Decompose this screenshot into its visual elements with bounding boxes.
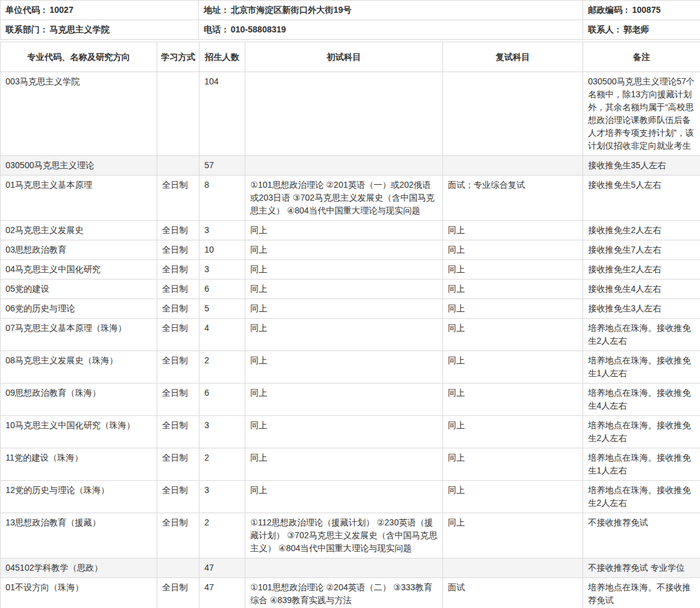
cell-remark: 培养地点在珠海。接收推免生2人左右 [583,319,700,351]
department-value: 马克思主义学院 [50,24,110,34]
cell-enrollment: 8 [199,176,245,221]
cell-retest: 同上 [443,513,583,558]
cell-program-name: 045102学科教学（思政） [1,558,157,578]
cell-remark: 培养地点在珠海。接收推免生2人左右 [583,416,700,448]
admissions-page: 单位代码：10027 地址：北京市海淀区新街口外大街19号 邮政编码：10087… [0,0,700,608]
cell-program-name: 12党的历史与理论（珠海） [1,481,157,513]
table-row: 05党的建设 全日制 6 同上 同上 接收推免生4人左右 [1,280,700,299]
cell-study-mode: 全日制 [157,481,199,513]
cell-retest: 同上 [443,384,583,416]
table-row: 12党的历史与理论（珠海） 全日制 3 同上 同上 培养地点在珠海。接收推免生2… [1,481,700,513]
cell-initial-exam: ①112思想政治理论（援藏计划） ②230英语（援藏计划） ③702马克思主义发… [245,513,443,558]
cell-program-name: 13思想政治教育（援藏） [1,513,157,558]
table-row: 030500马克思主义理论 57 接收推免生35人左右 [1,156,700,176]
column-header-remark: 备注 [583,42,700,72]
cell-study-mode: 全日制 [157,513,199,558]
table-row: 01马克思主义基本原理 全日制 8 ①101思想政治理论 ②201英语（一）或2… [1,176,700,221]
cell-initial-exam: 同上 [245,221,443,240]
contact-info-table: 单位代码：10027 地址：北京市海淀区新街口外大街19号 邮政编码：10087… [0,0,700,40]
cell-initial-exam [245,558,443,578]
cell-retest: 同上 [443,280,583,299]
cell-initial-exam: ①101思想政治理论 ②204英语（二） ③333教育综合 ④839教育实践与方… [245,578,443,608]
cell-remark: 030500马克思主义理论57个名额中，除13方向援藏计划外，其余名额均属于“高… [583,72,700,156]
column-header-study-mode: 学习方式 [157,42,199,72]
column-header-initial-exam: 初试科目 [245,42,443,72]
cell-retest: 同上 [443,299,583,319]
cell-study-mode: 全日制 [157,384,199,416]
cell-study-mode: 全日制 [157,260,199,280]
unit-code-value: 10027 [50,5,73,15]
cell-enrollment: 47 [199,578,245,608]
table-row: 10马克思主义中国化研究（珠海） 全日制 3 同上 同上 培养地点在珠海。接收推… [1,416,700,448]
contact-info-row-1: 单位代码：10027 地址：北京市海淀区新街口外大街19号 邮政编码：10087… [1,1,700,20]
cell-remark: 不接收推荐免试 [583,513,700,558]
cell-remark: 培养地点在珠海。不接收推荐免试 [583,578,700,608]
department-cell: 联系部门：马克思主义学院 [1,20,199,40]
cell-study-mode: 全日制 [157,351,199,384]
cell-remark: 培养地点在珠海。接收推免生1人左右 [583,448,700,481]
cell-program-name: 07马克思主义基本原理（珠海） [1,319,157,351]
column-header-retest: 复试科目 [443,42,583,72]
cell-enrollment: 57 [199,156,245,176]
admissions-table: 专业代码、名称及研究方向 学习方式 招生人数 初试科目 复试科目 备注 003马… [0,42,700,608]
table-row: 09思想政治教育（珠海） 全日制 6 同上 同上 培养地点在珠海。接收推免生4人… [1,384,700,416]
cell-study-mode [157,558,199,578]
column-header-program: 专业代码、名称及研究方向 [1,42,157,72]
cell-initial-exam [245,72,443,156]
cell-enrollment: 3 [199,260,245,280]
cell-remark: 接收推免生2人左右 [583,260,700,280]
cell-initial-exam: 同上 [245,280,443,299]
table-row: 045102学科教学（思政） 47 不接收推荐免试 专业学位 [1,558,700,578]
cell-initial-exam: 同上 [245,240,443,260]
cell-program-name: 11党的建设（珠海） [1,448,157,481]
cell-retest: 同上 [443,221,583,240]
table-row: 02马克思主义发展史 全日制 3 同上 同上 接收推免生2人左右 [1,221,700,240]
cell-retest: 同上 [443,240,583,260]
cell-enrollment: 6 [199,384,245,416]
contact-info-row-2: 联系部门：马克思主义学院 电话：010-58808319 联系人：郭老师 [1,20,700,40]
address-value: 北京市海淀区新街口外大街19号 [231,5,352,15]
cell-remark: 接收推免生4人左右 [583,280,700,299]
cell-program-name: 01不设方向（珠海） [1,578,157,608]
postcode-label: 邮政编码： [588,5,631,15]
cell-retest: 面试 [443,578,583,608]
cell-initial-exam: 同上 [245,351,443,384]
cell-remark: 接收推免生35人左右 [583,156,700,176]
cell-initial-exam: 同上 [245,481,443,513]
table-row: 04马克思主义中国化研究 全日制 3 同上 同上 接收推免生2人左右 [1,260,700,280]
cell-retest: 同上 [443,416,583,448]
cell-study-mode: 全日制 [157,416,199,448]
cell-enrollment: 10 [199,240,245,260]
cell-study-mode: 全日制 [157,578,199,608]
unit-code-label: 单位代码： [6,5,48,15]
cell-initial-exam: 同上 [245,416,443,448]
cell-enrollment: 2 [199,448,245,481]
phone-value: 010-58808319 [231,24,286,34]
contact-person-value: 郭老师 [624,24,649,34]
cell-retest: 同上 [443,481,583,513]
cell-remark: 培养地点在珠海。接收推免生1人左右 [583,351,700,384]
cell-initial-exam: 同上 [245,319,443,351]
cell-enrollment: 6 [199,280,245,299]
phone-label: 电话： [204,24,229,34]
cell-program-name: 02马克思主义发展史 [1,221,157,240]
cell-initial-exam: 同上 [245,260,443,280]
table-row: 13思想政治教育（援藏） 全日制 2 ①112思想政治理论（援藏计划） ②230… [1,513,700,558]
cell-remark: 不接收推荐免试 专业学位 [583,558,700,578]
cell-remark: 接收推免生5人左右 [583,176,700,221]
contact-person-cell: 联系人：郭老师 [583,20,700,40]
table-row: 08马克思主义发展史（珠海） 全日制 2 同上 同上 培养地点在珠海。接收推免生… [1,351,700,384]
table-body: 003马克思主义学院 104 030500马克思主义理论57个名额中，除13方向… [1,72,700,608]
cell-retest [443,558,583,578]
cell-remark: 接收推免生2人左右 [583,221,700,240]
cell-program-name: 10马克思主义中国化研究（珠海） [1,416,157,448]
phone-cell: 电话：010-58808319 [199,20,583,40]
cell-study-mode: 全日制 [157,280,199,299]
cell-program-name: 06党的历史与理论 [1,299,157,319]
cell-program-name: 04马克思主义中国化研究 [1,260,157,280]
cell-study-mode: 全日制 [157,448,199,481]
cell-study-mode [157,156,199,176]
cell-study-mode: 全日制 [157,176,199,221]
cell-remark: 接收推免生3人左右 [583,299,700,319]
cell-retest: 同上 [443,319,583,351]
